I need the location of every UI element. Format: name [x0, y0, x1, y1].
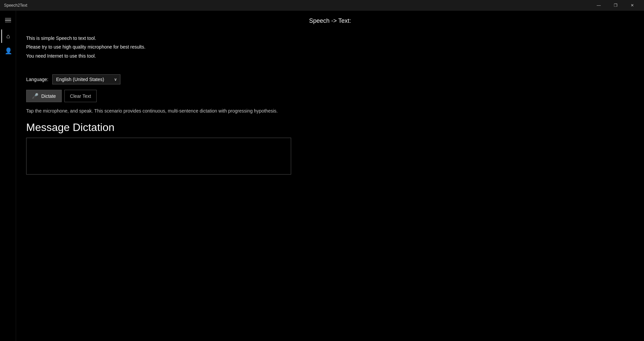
home-icon: ⌂ [6, 33, 10, 40]
dictate-button-label: Dictate [41, 93, 56, 99]
language-row: Language: English (United States) Englis… [26, 74, 634, 84]
info-line-2: Please try to use high quality microphon… [26, 43, 634, 51]
user-icon: 👤 [5, 47, 12, 55]
dictate-button[interactable]: 🎤 Dictate [26, 90, 62, 102]
minimize-button[interactable]: — [591, 0, 606, 11]
hamburger-line-3 [5, 22, 11, 22]
close-button[interactable]: ✕ [625, 0, 640, 11]
page-header: Speech -> Text: [26, 17, 634, 24]
maximize-button[interactable]: ❐ [608, 0, 623, 11]
title-bar: Speech2Text — ❐ ✕ [0, 0, 644, 11]
main-content: Speech -> Text: This is simple Speech to… [16, 11, 644, 341]
buttons-row: 🎤 Dictate Clear Text [26, 90, 634, 102]
title-bar-left: Speech2Text [4, 3, 27, 8]
dictation-title: Message Dictation [26, 121, 634, 134]
hint-text: Tap the microphone, and speak. This scen… [26, 108, 634, 115]
controls-section: Language: English (United States) Englis… [26, 74, 634, 176]
info-section: This is simple Speech to text tool. Plea… [26, 35, 634, 61]
title-bar-controls: — ❐ ✕ [591, 0, 640, 11]
hamburger-line-1 [5, 18, 11, 19]
hamburger-line-2 [5, 20, 11, 20]
info-line-3: You need Internet to use this tool. [26, 52, 634, 60]
sidebar-item-home[interactable]: ⌂ [1, 29, 15, 43]
language-select[interactable]: English (United States) English (United … [52, 74, 120, 84]
sidebar-item-user[interactable]: 👤 [1, 44, 15, 58]
app-title: Speech2Text [4, 3, 27, 8]
language-label: Language: [26, 77, 48, 82]
sidebar: ⌂ 👤 [0, 11, 16, 341]
language-select-wrapper[interactable]: English (United States) English (United … [52, 74, 120, 84]
info-line-1: This is simple Speech to text tool. [26, 35, 634, 42]
clear-text-button[interactable]: Clear Text [64, 90, 97, 102]
app-container: ⌂ 👤 Speech -> Text: This is simple Speec… [0, 11, 644, 341]
hamburger-menu-button[interactable] [1, 13, 15, 27]
microphone-icon: 🎤 [32, 93, 39, 99]
dictation-textarea[interactable] [26, 138, 291, 175]
